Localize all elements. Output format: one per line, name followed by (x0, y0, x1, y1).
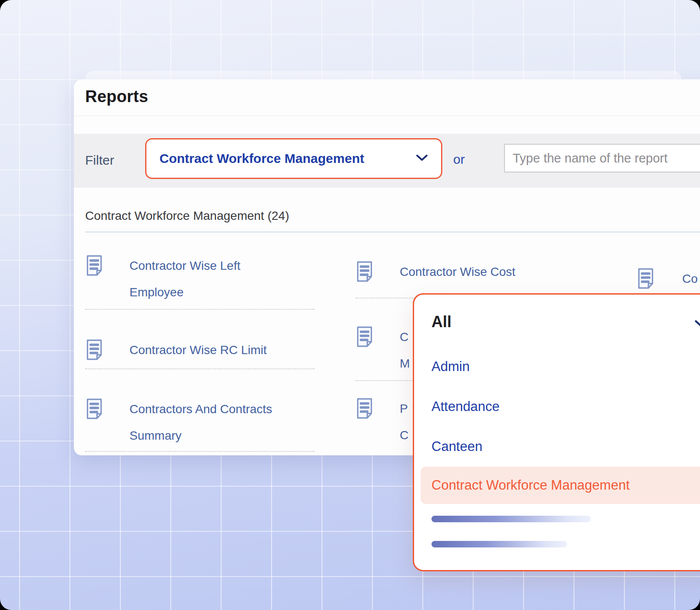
item-divider (85, 451, 315, 452)
skeleton-bar (431, 516, 591, 522)
report-item-label: Co (682, 265, 698, 292)
dropdown-option-active-label: Contract Workforce Management (431, 477, 630, 493)
document-icon (355, 398, 374, 421)
report-item-contractor-wise-rc-limit[interactable]: Contractor Wise RC Limit (85, 337, 315, 367)
document-icon (355, 326, 374, 349)
dropdown-option-active[interactable]: Contract Workforce Management (421, 467, 700, 504)
report-item-clipped[interactable]: Co (637, 265, 700, 296)
dropdown-option-admin[interactable]: Admin (431, 359, 470, 375)
report-item-label: Contractor Wise RC Limit (129, 337, 267, 363)
document-icon (355, 261, 374, 284)
category-dropdown-panel: All Admin Attendance Canteen Contract Wo… (413, 293, 700, 571)
item-divider (85, 309, 315, 310)
filter-label: Filter (85, 153, 114, 168)
skeleton-bar (431, 541, 567, 547)
section-divider (85, 232, 700, 232)
report-search-input[interactable] (504, 144, 700, 172)
report-item-contractors-and-contracts-summary[interactable]: Contractors And Contracts Summary (85, 396, 315, 451)
report-item-label: C M (400, 324, 410, 377)
filter-bar: Filter Contract Workforce Management or (74, 134, 700, 188)
dropdown-selected-row[interactable]: All (431, 313, 451, 331)
report-item-contractor-wise-left-employee[interactable]: Contractor Wise Left Employee (85, 252, 315, 309)
report-item-contractor-wise-cost[interactable]: Contractor Wise Cost (355, 259, 599, 289)
card-divider (74, 116, 700, 116)
or-label: or (453, 152, 465, 167)
app-canvas: Reports Filter Contract Workforce Manage… (0, 0, 700, 610)
section-heading: Contract Workforce Management (24) (85, 209, 289, 223)
stage: Reports Filter Contract Workforce Manage… (0, 0, 700, 610)
chevron-down-icon (694, 320, 700, 329)
dropdown-option-attendance[interactable]: Attendance (431, 399, 500, 414)
document-icon (85, 398, 103, 421)
report-item-label: Contractors And Contracts Summary (129, 396, 272, 449)
report-item-label: Contractor Wise Cost (400, 259, 515, 285)
category-dropdown-value: Contract Workforce Management (159, 151, 364, 166)
chevron-down-icon (416, 154, 428, 163)
dropdown-option-canteen[interactable]: Canteen (431, 439, 482, 454)
category-dropdown-button[interactable]: Contract Workforce Management (145, 138, 442, 179)
document-icon (85, 339, 103, 362)
item-divider (85, 368, 315, 369)
document-icon (637, 268, 655, 291)
report-item-label: P C (400, 395, 408, 448)
page-title: Reports (85, 87, 148, 106)
document-icon (85, 255, 103, 278)
report-item-label: Contractor Wise Left Employee (129, 252, 240, 305)
